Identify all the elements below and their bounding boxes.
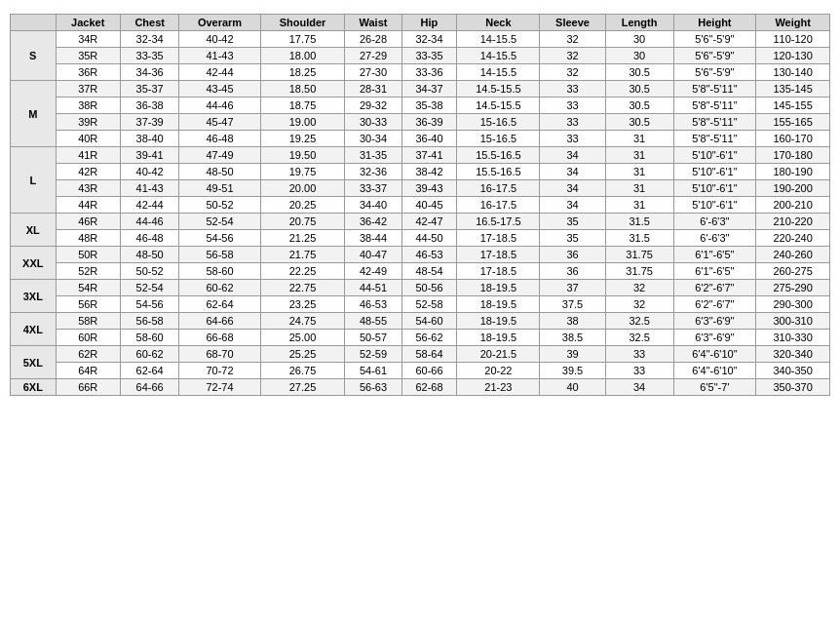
col-header-hip: Hip	[401, 15, 457, 31]
cell-jacket: 34R	[56, 31, 120, 48]
cell-neck: 14-15.5	[457, 48, 540, 64]
table-row: 4XL58R56-5864-6624.7548-5554-6018-19.538…	[11, 313, 830, 330]
cell-shoulder: 17.75	[260, 31, 345, 48]
table-row: 48R46-4854-5621.2538-4444-5017-18.53531.…	[11, 230, 830, 247]
cell-neck: 17-18.5	[457, 230, 540, 247]
cell-neck: 14-15.5	[457, 31, 540, 48]
cell-length: 32	[605, 280, 673, 296]
cell-sleeve: 35	[540, 214, 605, 230]
cell-chest: 64-66	[120, 379, 179, 396]
table-row: S34R32-3440-4217.7526-2832-3414-15.53230…	[11, 31, 830, 48]
table-row: XL46R44-4652-5420.7536-4242-4716.5-17.53…	[11, 214, 830, 230]
table-row: 56R54-5662-6423.2546-5352-5818-19.537.53…	[11, 296, 830, 313]
cell-jacket: 62R	[56, 346, 120, 363]
cell-chest: 46-48	[120, 230, 179, 247]
cell-chest: 41-43	[120, 180, 179, 197]
cell-height: 5'8"-5'11"	[673, 131, 756, 147]
table-row: 35R33-3541-4318.0027-2933-3514-15.532305…	[11, 48, 830, 64]
table-row: 42R40-4248-5019.7532-3638-4215.5-16.5343…	[11, 164, 830, 180]
cell-hip: 35-38	[401, 98, 457, 114]
cell-waist: 38-44	[345, 230, 401, 247]
cell-overarm: 66-68	[179, 330, 260, 346]
cell-length: 31	[605, 164, 673, 180]
cell-height: 5'10"-6'1"	[673, 147, 756, 164]
cell-jacket: 54R	[56, 280, 120, 296]
cell-neck: 14.5-15.5	[457, 81, 540, 98]
cell-weight: 170-180	[756, 147, 830, 164]
cell-height: 5'6"-5'9"	[673, 48, 756, 64]
cell-shoulder: 21.75	[260, 247, 345, 263]
cell-shoulder: 21.25	[260, 230, 345, 247]
cell-weight: 190-200	[756, 180, 830, 197]
col-header-waist: Waist	[345, 15, 401, 31]
cell-overarm: 58-60	[179, 263, 260, 280]
cell-jacket: 46R	[56, 214, 120, 230]
cell-neck: 14-15.5	[457, 64, 540, 81]
col-header-shoulder: Shoulder	[260, 15, 345, 31]
cell-chest: 37-39	[120, 114, 179, 131]
cell-overarm: 44-46	[179, 98, 260, 114]
table-row: L41R39-4147-4919.5031-3537-4115.5-16.534…	[11, 147, 830, 164]
cell-neck: 18-19.5	[457, 280, 540, 296]
cell-neck: 18-19.5	[457, 330, 540, 346]
cell-jacket: 40R	[56, 131, 120, 147]
cell-waist: 40-47	[345, 247, 401, 263]
cell-hip: 52-58	[401, 296, 457, 313]
cell-waist: 46-53	[345, 296, 401, 313]
table-row: 44R42-4450-5220.2534-4040-4516-17.534315…	[11, 197, 830, 214]
cell-hip: 54-60	[401, 313, 457, 330]
cell-overarm: 47-49	[179, 147, 260, 164]
cell-jacket: 39R	[56, 114, 120, 131]
cell-length: 30.5	[605, 81, 673, 98]
cell-overarm: 42-44	[179, 64, 260, 81]
cell-overarm: 60-62	[179, 280, 260, 296]
cell-waist: 26-28	[345, 31, 401, 48]
cell-sleeve: 34	[540, 164, 605, 180]
col-header-length: Length	[605, 15, 673, 31]
cell-chest: 54-56	[120, 296, 179, 313]
cell-jacket: 35R	[56, 48, 120, 64]
size-group-cell: XL	[11, 214, 57, 247]
cell-neck: 14.5-15.5	[457, 98, 540, 114]
cell-height: 5'8"-5'11"	[673, 81, 756, 98]
cell-shoulder: 23.25	[260, 296, 345, 313]
cell-waist: 29-32	[345, 98, 401, 114]
cell-sleeve: 32	[540, 48, 605, 64]
size-group-cell: 5XL	[11, 346, 57, 379]
cell-overarm: 56-58	[179, 247, 260, 263]
cell-weight: 110-120	[756, 31, 830, 48]
cell-weight: 135-145	[756, 81, 830, 98]
cell-chest: 62-64	[120, 363, 179, 379]
cell-jacket: 36R	[56, 64, 120, 81]
cell-length: 31.75	[605, 247, 673, 263]
cell-sleeve: 34	[540, 147, 605, 164]
cell-length: 33	[605, 363, 673, 379]
size-group-cell: L	[11, 147, 57, 214]
cell-hip: 42-47	[401, 214, 457, 230]
cell-weight: 310-330	[756, 330, 830, 346]
cell-height: 5'10"-6'1"	[673, 180, 756, 197]
cell-overarm: 45-47	[179, 114, 260, 131]
cell-height: 6'1"-6'5"	[673, 263, 756, 280]
cell-waist: 48-55	[345, 313, 401, 330]
cell-neck: 15-16.5	[457, 131, 540, 147]
cell-neck: 18-19.5	[457, 296, 540, 313]
cell-jacket: 56R	[56, 296, 120, 313]
cell-neck: 15-16.5	[457, 114, 540, 131]
cell-height: 6'-6'3"	[673, 214, 756, 230]
cell-hip: 33-35	[401, 48, 457, 64]
cell-sleeve: 33	[540, 131, 605, 147]
cell-length: 30.5	[605, 64, 673, 81]
cell-weight: 340-350	[756, 363, 830, 379]
cell-shoulder: 19.50	[260, 147, 345, 164]
cell-neck: 20-21.5	[457, 346, 540, 363]
cell-waist: 34-40	[345, 197, 401, 214]
table-row: 39R37-3945-4719.0030-3336-3915-16.53330.…	[11, 114, 830, 131]
cell-jacket: 43R	[56, 180, 120, 197]
cell-shoulder: 22.25	[260, 263, 345, 280]
cell-hip: 36-39	[401, 114, 457, 131]
cell-waist: 30-33	[345, 114, 401, 131]
cell-height: 5'10"-6'1"	[673, 197, 756, 214]
cell-shoulder: 18.25	[260, 64, 345, 81]
cell-height: 6'4"-6'10"	[673, 363, 756, 379]
